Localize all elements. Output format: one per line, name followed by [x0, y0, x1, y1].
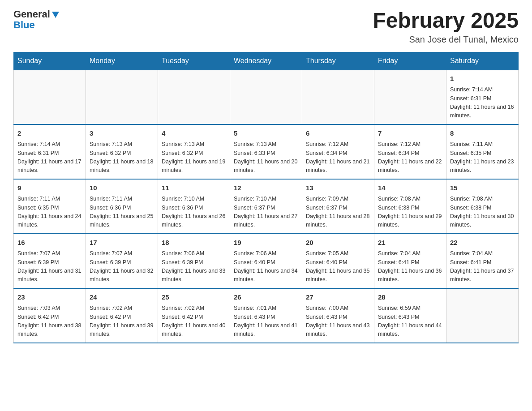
logo: General Blue	[13, 9, 60, 30]
calendar-cell: 14Sunrise: 7:08 AMSunset: 6:38 PMDayligh…	[374, 179, 446, 234]
day-info: Sunrise: 7:11 AMSunset: 6:36 PMDaylight:…	[90, 195, 154, 230]
weekday-header-monday: Monday	[86, 52, 158, 70]
day-info: Sunrise: 7:12 AMSunset: 6:34 PMDaylight:…	[306, 140, 370, 175]
day-info: Sunrise: 7:03 AMSunset: 6:42 PMDaylight:…	[17, 304, 82, 339]
calendar-cell	[374, 70, 446, 124]
calendar-cell: 22Sunrise: 7:04 AMSunset: 6:41 PMDayligh…	[446, 234, 519, 288]
calendar-cell: 24Sunrise: 7:02 AMSunset: 6:42 PMDayligh…	[86, 288, 158, 343]
day-number: 10	[90, 183, 154, 193]
day-number: 20	[306, 238, 370, 248]
weekday-header-wednesday: Wednesday	[230, 52, 302, 70]
weekday-header-sunday: Sunday	[14, 52, 86, 70]
day-number: 25	[162, 292, 226, 303]
day-number: 1	[450, 74, 515, 84]
calendar-cell: 13Sunrise: 7:09 AMSunset: 6:37 PMDayligh…	[302, 179, 374, 234]
svg-marker-0	[52, 12, 59, 18]
calendar-cell: 11Sunrise: 7:10 AMSunset: 6:36 PMDayligh…	[158, 179, 230, 234]
weekday-header-row: SundayMondayTuesdayWednesdayThursdayFrid…	[14, 52, 519, 70]
calendar-cell	[446, 288, 519, 343]
day-number: 4	[162, 128, 226, 139]
day-info: Sunrise: 7:14 AMSunset: 6:31 PMDaylight:…	[450, 86, 515, 120]
day-number: 14	[378, 183, 442, 193]
calendar-cell: 25Sunrise: 7:02 AMSunset: 6:42 PMDayligh…	[158, 288, 230, 343]
weekday-header-saturday: Saturday	[446, 52, 519, 70]
calendar-cell: 15Sunrise: 7:08 AMSunset: 6:38 PMDayligh…	[446, 179, 519, 234]
calendar-cell	[302, 70, 374, 124]
day-info: Sunrise: 7:06 AMSunset: 6:40 PMDaylight:…	[234, 249, 298, 284]
page-header: General Blue February 2025 San Jose del …	[13, 9, 519, 45]
day-number: 9	[17, 183, 82, 193]
calendar-cell: 16Sunrise: 7:07 AMSunset: 6:39 PMDayligh…	[14, 234, 86, 288]
day-info: Sunrise: 7:13 AMSunset: 6:32 PMDaylight:…	[90, 140, 154, 175]
day-number: 5	[234, 128, 298, 139]
day-number: 11	[162, 183, 226, 193]
month-title: February 2025	[373, 9, 519, 33]
weekday-header-friday: Friday	[374, 52, 446, 70]
calendar-cell	[230, 70, 302, 124]
day-info: Sunrise: 7:08 AMSunset: 6:38 PMDaylight:…	[378, 195, 442, 230]
calendar-cell: 8Sunrise: 7:11 AMSunset: 6:35 PMDaylight…	[446, 124, 519, 179]
day-number: 19	[234, 238, 298, 248]
day-number: 3	[90, 128, 154, 139]
day-number: 22	[450, 238, 515, 248]
calendar-cell: 17Sunrise: 7:07 AMSunset: 6:39 PMDayligh…	[86, 234, 158, 288]
calendar-cell	[14, 70, 86, 124]
calendar-cell: 3Sunrise: 7:13 AMSunset: 6:32 PMDaylight…	[86, 124, 158, 179]
calendar-week-4: 16Sunrise: 7:07 AMSunset: 6:39 PMDayligh…	[14, 234, 519, 288]
day-info: Sunrise: 7:00 AMSunset: 6:43 PMDaylight:…	[306, 304, 370, 339]
day-info: Sunrise: 7:07 AMSunset: 6:39 PMDaylight:…	[90, 249, 154, 284]
day-info: Sunrise: 7:04 AMSunset: 6:41 PMDaylight:…	[450, 249, 515, 284]
day-info: Sunrise: 7:12 AMSunset: 6:34 PMDaylight:…	[378, 140, 442, 175]
day-info: Sunrise: 7:07 AMSunset: 6:39 PMDaylight:…	[17, 249, 82, 284]
calendar-cell: 7Sunrise: 7:12 AMSunset: 6:34 PMDaylight…	[374, 124, 446, 179]
calendar-cell: 27Sunrise: 7:00 AMSunset: 6:43 PMDayligh…	[302, 288, 374, 343]
logo-blue: Blue	[13, 20, 35, 30]
day-number: 16	[17, 238, 82, 248]
day-info: Sunrise: 7:05 AMSunset: 6:40 PMDaylight:…	[306, 249, 370, 284]
title-section: February 2025 San Jose del Tunal, Mexico	[373, 9, 519, 45]
calendar-cell: 21Sunrise: 7:04 AMSunset: 6:41 PMDayligh…	[374, 234, 446, 288]
weekday-header-thursday: Thursday	[302, 52, 374, 70]
calendar-cell: 20Sunrise: 7:05 AMSunset: 6:40 PMDayligh…	[302, 234, 374, 288]
calendar-cell: 12Sunrise: 7:10 AMSunset: 6:37 PMDayligh…	[230, 179, 302, 234]
day-number: 27	[306, 292, 370, 303]
day-number: 28	[378, 292, 442, 303]
calendar-table: SundayMondayTuesdayWednesdayThursdayFrid…	[13, 52, 519, 343]
day-number: 7	[378, 128, 442, 139]
calendar-week-1: 1Sunrise: 7:14 AMSunset: 6:31 PMDaylight…	[14, 70, 519, 124]
calendar-cell: 10Sunrise: 7:11 AMSunset: 6:36 PMDayligh…	[86, 179, 158, 234]
calendar-cell	[158, 70, 230, 124]
day-number: 24	[90, 292, 154, 303]
calendar-cell	[86, 70, 158, 124]
location: San Jose del Tunal, Mexico	[373, 34, 519, 45]
day-info: Sunrise: 7:14 AMSunset: 6:31 PMDaylight:…	[17, 140, 82, 175]
calendar-cell: 23Sunrise: 7:03 AMSunset: 6:42 PMDayligh…	[14, 288, 86, 343]
day-info: Sunrise: 7:10 AMSunset: 6:36 PMDaylight:…	[162, 195, 226, 230]
day-number: 6	[306, 128, 370, 139]
calendar-cell: 26Sunrise: 7:01 AMSunset: 6:43 PMDayligh…	[230, 288, 302, 343]
day-number: 23	[17, 292, 82, 303]
day-info: Sunrise: 6:59 AMSunset: 6:43 PMDaylight:…	[378, 304, 442, 339]
logo-triangle-icon	[51, 10, 60, 19]
day-number: 17	[90, 238, 154, 248]
day-info: Sunrise: 7:10 AMSunset: 6:37 PMDaylight:…	[234, 195, 298, 230]
day-number: 13	[306, 183, 370, 193]
day-info: Sunrise: 7:11 AMSunset: 6:35 PMDaylight:…	[17, 195, 82, 230]
calendar-cell: 1Sunrise: 7:14 AMSunset: 6:31 PMDaylight…	[446, 70, 519, 124]
day-number: 26	[234, 292, 298, 303]
day-info: Sunrise: 7:01 AMSunset: 6:43 PMDaylight:…	[234, 304, 298, 339]
day-info: Sunrise: 7:13 AMSunset: 6:33 PMDaylight:…	[234, 140, 298, 175]
calendar-cell: 4Sunrise: 7:13 AMSunset: 6:32 PMDaylight…	[158, 124, 230, 179]
day-number: 21	[378, 238, 442, 248]
weekday-header-tuesday: Tuesday	[158, 52, 230, 70]
day-info: Sunrise: 7:08 AMSunset: 6:38 PMDaylight:…	[450, 195, 515, 230]
calendar-week-2: 2Sunrise: 7:14 AMSunset: 6:31 PMDaylight…	[14, 124, 519, 179]
calendar-cell: 9Sunrise: 7:11 AMSunset: 6:35 PMDaylight…	[14, 179, 86, 234]
calendar-cell: 6Sunrise: 7:12 AMSunset: 6:34 PMDaylight…	[302, 124, 374, 179]
calendar-week-3: 9Sunrise: 7:11 AMSunset: 6:35 PMDaylight…	[14, 179, 519, 234]
day-info: Sunrise: 7:06 AMSunset: 6:39 PMDaylight:…	[162, 249, 226, 284]
day-number: 18	[162, 238, 226, 248]
calendar-week-5: 23Sunrise: 7:03 AMSunset: 6:42 PMDayligh…	[14, 288, 519, 343]
logo-general: General	[13, 9, 50, 20]
calendar-cell: 2Sunrise: 7:14 AMSunset: 6:31 PMDaylight…	[14, 124, 86, 179]
